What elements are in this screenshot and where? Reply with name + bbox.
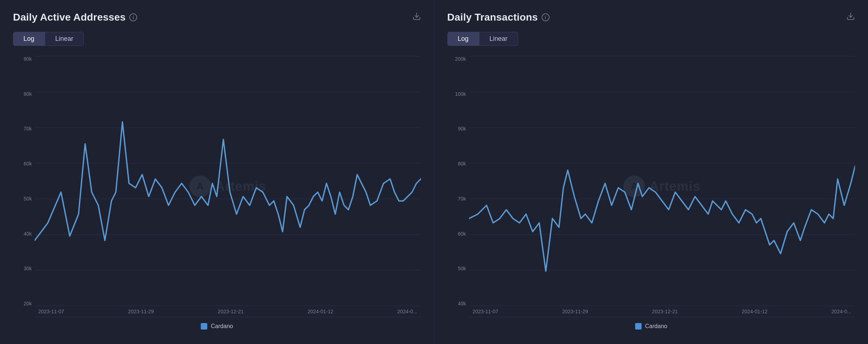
y-axis-label: 90k [13, 56, 35, 62]
chart-title: Daily Active Addresses [13, 12, 126, 23]
chart-legend: Cardano [447, 323, 855, 330]
chart-panel-daily-active-addresses: Daily Active AddressesiLogLinear90k80k70… [0, 0, 434, 344]
chart-svg [35, 56, 421, 284]
charts-container: Daily Active AddressesiLogLinear90k80k70… [0, 0, 868, 344]
y-axis-label: 90k [447, 126, 469, 132]
legend-label: Cardano [211, 323, 233, 330]
scale-btn-linear[interactable]: Linear [479, 32, 518, 46]
y-axis-label: 40k [13, 231, 35, 237]
scale-btn-log[interactable]: Log [13, 32, 45, 46]
scale-buttons: LogLinear [447, 32, 855, 46]
chart-title-row: Daily Transactionsi [447, 12, 550, 23]
y-axis-label: 30k [13, 266, 35, 271]
info-icon[interactable]: i [129, 13, 137, 21]
chart-panel-daily-transactions: Daily TransactionsiLogLinear200k100k90k8… [434, 0, 868, 344]
chart-content: A Artemis 2023-11-072023-11-292023-12-21… [35, 56, 421, 317]
y-axis-label: 50k [13, 196, 35, 202]
y-axis-label: 20k [13, 301, 35, 306]
y-axis-label: 200k [447, 56, 469, 62]
chart-svg [469, 56, 855, 284]
scale-btn-log[interactable]: Log [447, 32, 479, 46]
x-axis-label: 2024-01-12 [742, 309, 768, 314]
x-axis-label: 2023-11-07 [473, 309, 499, 314]
chart-header: Daily Active Addressesi [13, 12, 421, 23]
scale-btn-linear[interactable]: Linear [45, 32, 84, 46]
y-axis-label: 60k [447, 231, 469, 237]
chart-title-row: Daily Active Addressesi [13, 12, 137, 23]
download-icon[interactable] [846, 12, 855, 23]
chart-area: 90k80k70k60k50k40k30k20k A Artemis 2023-… [13, 56, 421, 317]
y-axis-label: 80k [13, 91, 35, 97]
y-axis-label: 50k [447, 266, 469, 271]
y-axis-label: 60k [13, 161, 35, 167]
download-icon[interactable] [412, 12, 421, 23]
scale-buttons: LogLinear [13, 32, 421, 46]
y-axis-label: 100k [447, 91, 469, 97]
y-axis-label: 80k [447, 161, 469, 167]
x-axis: 2023-11-072023-11-292023-12-212024-01-12… [469, 306, 855, 317]
x-axis-label: 2023-12-21 [218, 309, 244, 314]
y-axis-label: 70k [447, 196, 469, 202]
x-axis-label: 2024-01-12 [308, 309, 334, 314]
x-axis-label: 2023-11-07 [38, 309, 64, 314]
x-axis-label: 2023-12-21 [652, 309, 678, 314]
legend-color [201, 323, 207, 330]
y-axis-label: 70k [13, 126, 35, 132]
x-axis-label: 2024-0... [832, 309, 851, 314]
chart-content: A Artemis 2023-11-072023-11-292023-12-21… [469, 56, 855, 317]
info-icon[interactable]: i [542, 13, 550, 21]
legend-color [635, 323, 642, 330]
y-axis-label: 40k [447, 301, 469, 306]
x-axis-label: 2023-11-29 [562, 309, 588, 314]
chart-area: 200k100k90k80k70k60k50k40k A Artemis 202… [447, 56, 855, 317]
chart-title: Daily Transactions [447, 12, 538, 23]
legend-label: Cardano [645, 323, 667, 330]
y-axis: 90k80k70k60k50k40k30k20k [13, 56, 35, 317]
x-axis-label: 2023-11-29 [128, 309, 154, 314]
y-axis: 200k100k90k80k70k60k50k40k [447, 56, 469, 317]
x-axis-label: 2024-0... [397, 309, 417, 314]
chart-header: Daily Transactionsi [447, 12, 855, 23]
chart-legend: Cardano [13, 323, 421, 330]
x-axis: 2023-11-072023-11-292023-12-212024-01-12… [35, 306, 421, 317]
